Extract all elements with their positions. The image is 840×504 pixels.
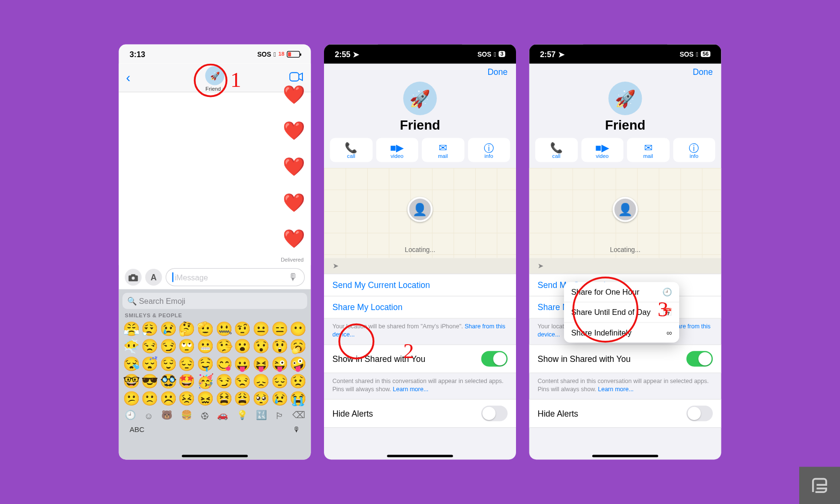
emoji-key[interactable]: 😭 bbox=[289, 391, 307, 407]
emoji-key[interactable]: 😫 bbox=[215, 391, 233, 407]
home-indicator[interactable] bbox=[387, 455, 453, 457]
mail-button[interactable]: ✉︎mail bbox=[422, 138, 464, 162]
message-input[interactable]: iMessage 🎙︎ bbox=[166, 268, 305, 287]
appstore-button[interactable]: A bbox=[145, 269, 162, 286]
emoji-key[interactable]: 😲 bbox=[271, 338, 288, 354]
share-end-of-day-option[interactable]: Share Until End of Day📅 bbox=[564, 302, 679, 323]
share-indefinitely-option[interactable]: Share Indefinitely∞ bbox=[564, 323, 679, 343]
emoji-key[interactable]: 🤩 bbox=[178, 373, 196, 389]
call-button[interactable]: 📞call bbox=[330, 138, 372, 162]
search-emoji-input[interactable]: 🔍 Search Emoji bbox=[122, 293, 307, 309]
emoji-key[interactable]: 😌 bbox=[159, 356, 177, 372]
show-in-shared-toggle[interactable] bbox=[481, 351, 508, 367]
contact-header-button[interactable]: 🚀 Friend › bbox=[205, 66, 225, 92]
emoji-key[interactable]: 😮‍💨 bbox=[141, 321, 159, 337]
send-current-location-button[interactable]: Send My Current Location bbox=[324, 274, 516, 296]
emoji-key[interactable]: 😶 bbox=[289, 321, 307, 337]
camera-button[interactable] bbox=[125, 269, 142, 286]
emoji-category-tabs[interactable]: 🕘 ☺︎ 🐻 🍔 ⚽︎ 🚗 💡 🔣 🏳︎ ⌫ bbox=[122, 406, 307, 420]
emoji-grid[interactable]: 😤😮‍💨😢🤔🫡🤐🤨😐😑😶😶‍🌫️😒😏🙄😬🤥😮😯😲🥱😪😴😌😔🤤😋😛😝😜🤪🤓😎🥸🤩🥳… bbox=[122, 321, 307, 407]
emoji-key[interactable]: 😏 bbox=[215, 373, 233, 389]
emoji-key[interactable]: 😯 bbox=[252, 338, 270, 354]
food-icon[interactable]: 🍔 bbox=[181, 410, 192, 421]
emoji-key[interactable]: 😛 bbox=[234, 356, 252, 372]
info-button[interactable]: ⓘinfo bbox=[468, 138, 510, 162]
contact-avatar[interactable]: 🚀 bbox=[609, 82, 642, 115]
objects-icon[interactable]: 💡 bbox=[237, 410, 248, 421]
abc-button[interactable]: ABC bbox=[130, 425, 144, 434]
emoji-key[interactable]: 🥺 bbox=[252, 391, 270, 407]
emoji-key[interactable]: 😟 bbox=[289, 373, 307, 389]
emoji-key[interactable]: 😢 bbox=[271, 391, 288, 407]
emoji-key[interactable]: 😮 bbox=[234, 338, 252, 354]
recents-icon[interactable]: 🕘 bbox=[125, 410, 136, 421]
emoji-key[interactable]: ☹️ bbox=[159, 391, 177, 407]
home-indicator[interactable] bbox=[592, 455, 659, 457]
symbols-icon[interactable]: 🔣 bbox=[256, 410, 267, 421]
share-one-hour-option[interactable]: Share for One Hour🕘 bbox=[564, 282, 679, 303]
location-map[interactable]: 👤 Locating... bbox=[324, 168, 516, 258]
emoji-key[interactable]: 😢 bbox=[159, 321, 177, 337]
video-button[interactable]: ■▶video bbox=[581, 138, 624, 162]
emoji-key[interactable]: 🥸 bbox=[159, 373, 177, 389]
travel-icon[interactable]: 🚗 bbox=[217, 410, 228, 421]
activity-icon[interactable]: ⚽︎ bbox=[200, 410, 209, 420]
mic-button[interactable]: 🎙︎ bbox=[293, 425, 300, 434]
emoji-keyboard[interactable]: 🔍 Search Emoji SMILEYS & PEOPLE 😤😮‍💨😢🤔🫡🤐… bbox=[119, 289, 311, 460]
dictation-icon[interactable]: 🎙︎ bbox=[288, 272, 298, 283]
contact-avatar[interactable]: 🚀 bbox=[403, 82, 437, 115]
learn-more-link[interactable]: Learn more... bbox=[393, 385, 428, 392]
home-indicator[interactable] bbox=[182, 455, 248, 457]
emoji-key[interactable]: 😴 bbox=[141, 356, 159, 372]
emoji-key[interactable]: 🤤 bbox=[196, 356, 214, 372]
flags-icon[interactable]: 🏳︎ bbox=[275, 410, 284, 420]
emoji-key[interactable]: 😔 bbox=[271, 373, 288, 389]
emoji-key[interactable]: 😋 bbox=[215, 356, 233, 372]
done-button[interactable]: Done bbox=[488, 67, 508, 77]
emoji-key[interactable]: 😖 bbox=[196, 391, 214, 407]
emoji-key[interactable]: 😣 bbox=[178, 391, 196, 407]
hide-alerts-toggle[interactable] bbox=[481, 406, 508, 421]
done-button[interactable]: Done bbox=[693, 67, 713, 77]
emoji-key[interactable]: 🥱 bbox=[289, 338, 307, 354]
emoji-key[interactable]: 🤓 bbox=[122, 373, 140, 389]
emoji-key[interactable]: 🤥 bbox=[215, 338, 233, 354]
mail-button[interactable]: ✉︎mail bbox=[627, 138, 669, 162]
hide-alerts-toggle[interactable] bbox=[686, 406, 713, 421]
emoji-key[interactable]: 🥳 bbox=[196, 373, 214, 389]
emoji-key[interactable]: 🙁 bbox=[141, 391, 159, 407]
message-list[interactable]: ❤️ ❤️ ❤️ ❤️ ❤️ Delivered bbox=[119, 93, 311, 265]
emoji-key[interactable]: 😏 bbox=[159, 338, 177, 354]
info-button[interactable]: ⓘinfo bbox=[673, 138, 715, 162]
emoji-key[interactable]: 😔 bbox=[178, 356, 196, 372]
emoji-key[interactable]: 🤨 bbox=[234, 321, 252, 337]
emoji-key[interactable]: 😜 bbox=[271, 356, 288, 372]
share-my-location-button[interactable]: Share My Location bbox=[324, 297, 516, 319]
emoji-key[interactable]: 😶‍🌫️ bbox=[122, 338, 140, 354]
emoji-key[interactable]: 😞 bbox=[252, 373, 270, 389]
show-in-shared-toggle[interactable] bbox=[686, 351, 713, 367]
emoji-key[interactable]: 🤪 bbox=[289, 356, 307, 372]
emoji-key[interactable]: 😬 bbox=[196, 338, 214, 354]
emoji-key[interactable]: 🙄 bbox=[178, 338, 196, 354]
emoji-key[interactable]: 🤐 bbox=[215, 321, 233, 337]
emoji-key[interactable]: 😒 bbox=[141, 338, 159, 354]
emoji-key[interactable]: 😝 bbox=[252, 356, 270, 372]
emoji-key[interactable]: 😕 bbox=[122, 391, 140, 407]
backspace-icon[interactable]: ⌫ bbox=[292, 410, 305, 421]
location-map[interactable]: 👤 Locating... bbox=[529, 168, 721, 258]
call-button[interactable]: 📞call bbox=[535, 138, 577, 162]
emoji-key[interactable]: 😑 bbox=[271, 321, 288, 337]
animals-icon[interactable]: 🐻 bbox=[161, 410, 173, 421]
emoji-key[interactable]: 😩 bbox=[234, 391, 252, 407]
emoji-key[interactable]: 😒 bbox=[234, 373, 252, 389]
back-button[interactable]: ‹ bbox=[126, 70, 131, 86]
learn-more-link[interactable]: Learn more... bbox=[598, 385, 634, 392]
emoji-key[interactable]: 😎 bbox=[141, 373, 159, 389]
video-button[interactable]: ■▶video bbox=[376, 138, 418, 162]
emoji-key[interactable]: 🫡 bbox=[196, 321, 214, 337]
smileys-icon[interactable]: ☺︎ bbox=[144, 410, 153, 420]
emoji-key[interactable]: 😤 bbox=[122, 321, 140, 337]
facetime-button[interactable] bbox=[289, 71, 304, 85]
emoji-key[interactable]: 🤔 bbox=[178, 321, 196, 337]
